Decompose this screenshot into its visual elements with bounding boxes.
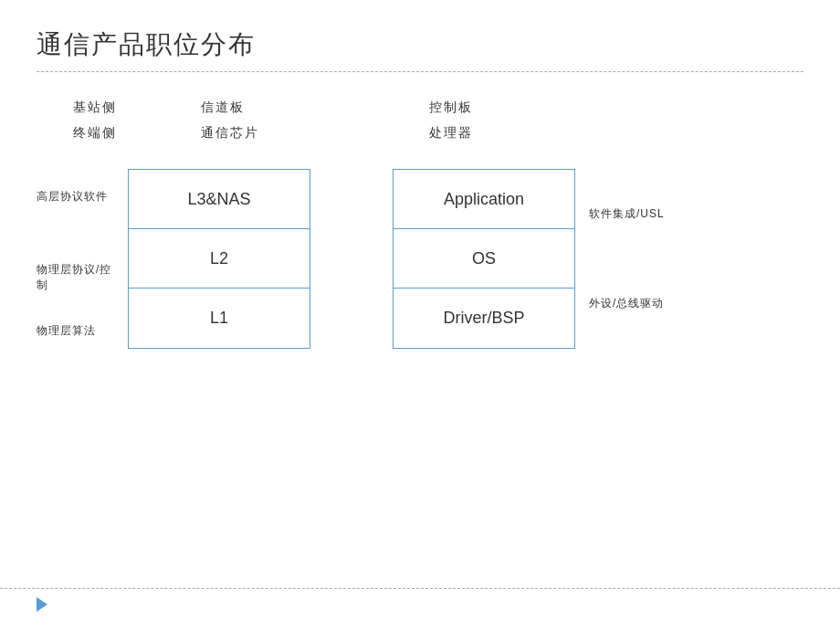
left-label-gaoceng: 高层协议软件 <box>37 180 119 205</box>
labels-area: 基站侧 信道板 控制板 终端侧 通信芯片 处理器 <box>37 100 803 142</box>
right-labels: 软件集成/USL 外设/总线驱动 <box>589 169 665 349</box>
triangle-icon <box>37 597 47 612</box>
title-section: 通信产品职位分布 <box>37 27 803 72</box>
label-xindaoban: 信道板 <box>201 100 429 116</box>
diagram-area: 高层协议软件 物理层协议/控制 物理层算法 L3&NAS L2 L1 Appli… <box>37 169 803 349</box>
right-label-software: 软件集成/USL <box>589 206 665 222</box>
page-container: 通信产品职位分布 基站侧 信道板 控制板 终端侧 通信芯片 处理器 高层协议软件… <box>0 0 840 630</box>
bottom-divider <box>0 588 840 589</box>
cell-l2: L2 <box>129 229 310 289</box>
label-kongzhiban: 控制板 <box>429 100 612 116</box>
boxes-container: L3&NAS L2 L1 Application OS Driver/BSP <box>128 169 575 349</box>
page-title: 通信产品职位分布 <box>37 27 803 62</box>
right-label-peripheral: 外设/总线驱动 <box>589 296 665 311</box>
box-software: Application OS Driver/BSP <box>393 169 575 349</box>
cell-os: OS <box>394 229 574 289</box>
title-divider <box>37 71 803 72</box>
label-row-1: 基站侧 信道板 控制板 <box>73 100 803 116</box>
left-label-suanfa: 物理层算法 <box>37 314 119 339</box>
cell-l3nas: L3&NAS <box>129 170 310 229</box>
left-label-wuliceng: 物理层协议/控制 <box>37 226 119 293</box>
cell-application: Application <box>394 170 574 229</box>
label-zhongduan: 终端侧 <box>73 125 201 142</box>
box-protocol: L3&NAS L2 L1 <box>128 169 310 349</box>
label-row-2: 终端侧 通信芯片 处理器 <box>73 125 803 142</box>
label-jizhan: 基站侧 <box>73 100 201 116</box>
cell-driverbsp: Driver/BSP <box>394 289 574 348</box>
label-tongxin: 通信芯片 <box>201 125 429 142</box>
label-chuliqi: 处理器 <box>429 125 612 142</box>
cell-l1: L1 <box>129 289 310 348</box>
left-labels: 高层协议软件 物理层协议/控制 物理层算法 <box>37 169 119 349</box>
